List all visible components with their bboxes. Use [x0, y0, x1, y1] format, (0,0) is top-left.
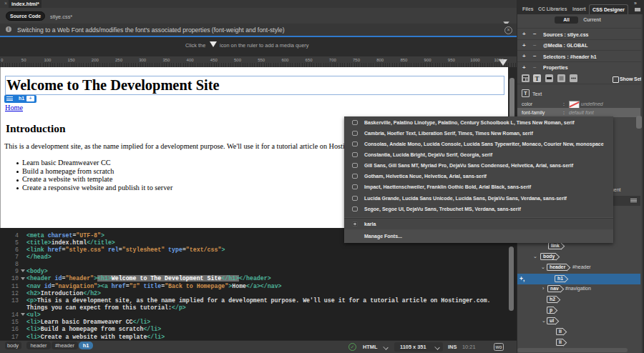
svg-text:T: T	[535, 75, 539, 82]
svg-text:wo: wo	[494, 344, 502, 349]
